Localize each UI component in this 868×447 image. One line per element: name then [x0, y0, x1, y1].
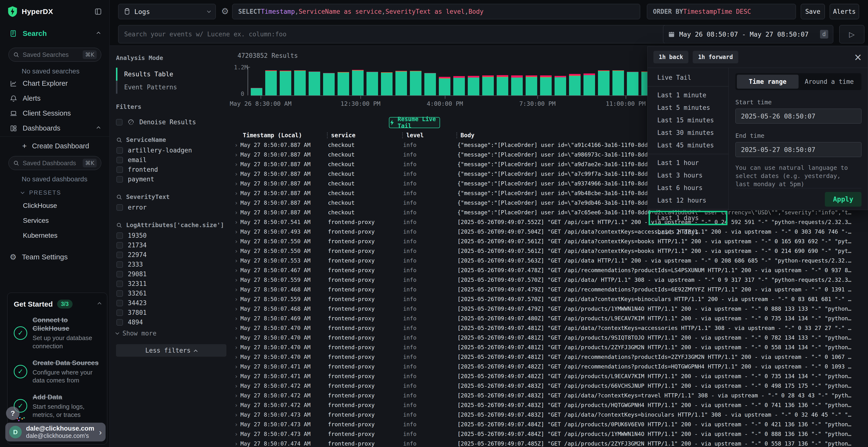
sidebar-item-kubernetes[interactable]: Kubernetes — [23, 232, 57, 239]
row-expand-icon[interactable]: › — [233, 190, 240, 197]
time-option-last-45-minutes[interactable]: Last 45 minutes — [648, 139, 728, 151]
filter-checkbox[interactable] — [117, 300, 123, 306]
row-expand-icon[interactable]: › — [233, 334, 240, 341]
filter-checkbox[interactable] — [117, 232, 123, 239]
sidebar-item-team-settings[interactable]: ⚙ Team Settings — [0, 252, 110, 262]
filter-value-row[interactable]: 33261 — [116, 290, 226, 297]
time-option-last-15-minutes[interactable]: Last 15 minutes — [648, 114, 728, 127]
filter-checkbox[interactable] — [117, 290, 123, 297]
filter-value-row[interactable]: 29081 — [116, 271, 226, 278]
row-expand-icon[interactable]: › — [233, 373, 240, 380]
filter-value-row[interactable]: frontend — [116, 166, 226, 173]
less-filters-button[interactable]: Less filters — [116, 344, 226, 357]
table-row[interactable]: ›May 27 8:50:07.472 AMfrontend-proxyinfo… — [233, 391, 868, 400]
filter-checkbox[interactable] — [117, 176, 123, 182]
analysis-mode-results-table[interactable]: Results Table — [117, 68, 226, 81]
chevron-up-icon[interactable] — [98, 302, 101, 306]
column-resize-handle[interactable] — [402, 133, 403, 138]
filter-value-row[interactable]: 2333 — [116, 261, 226, 268]
time-option-last-12-hours[interactable]: Last 12 hours — [648, 194, 728, 207]
save-button[interactable]: Save — [801, 4, 825, 19]
filter-checkbox[interactable] — [117, 147, 123, 153]
row-expand-icon[interactable]: › — [233, 142, 240, 148]
table-row[interactable]: ›May 27 8:50:07.470 AMfrontend-proxyinfo… — [233, 333, 868, 342]
table-row[interactable]: ›May 27 8:50:07.474 AMfrontend-proxyinfo… — [233, 439, 868, 447]
table-row[interactable]: ›May 27 8:50:07.559 AMfrontend-proxyinfo… — [233, 294, 868, 304]
table-row[interactable]: ›May 27 8:50:07.473 AMfrontend-proxyinfo… — [233, 419, 868, 429]
column-resize-handle[interactable] — [327, 133, 328, 138]
resume-live-tail-button[interactable]: Resume Live Tail — [389, 117, 440, 128]
filter-checkbox[interactable] — [117, 281, 123, 287]
table-row[interactable]: ›May 27 8:50:07.469 AMfrontend-proxyinfo… — [233, 314, 868, 323]
table-row[interactable]: ›May 27 8:50:07.550 AMfrontend-proxyinfo… — [233, 246, 868, 256]
table-row[interactable]: ›May 27 8:50:07.473 AMfrontend-proxyinfo… — [233, 410, 868, 419]
saved-dashboards-field[interactable] — [23, 160, 79, 167]
table-row[interactable]: ›May 27 8:50:07.468 AMfrontend-proxyinfo… — [233, 285, 868, 294]
get-started-step[interactable]: ✓Create Data SourcesConfigure where your… — [14, 358, 101, 385]
row-expand-icon[interactable]: › — [233, 315, 240, 322]
shift-1h-forward-button[interactable]: 1h forward — [693, 51, 738, 63]
sidebar-item-chart-explorer[interactable]: Chart Explorer — [0, 79, 110, 88]
row-expand-icon[interactable]: › — [233, 151, 240, 158]
table-row[interactable]: ›May 27 8:50:07.470 AMfrontend-proxyinfo… — [233, 323, 868, 333]
table-row[interactable]: ›May 27 8:50:07.470 AMfrontend-proxyinfo… — [233, 352, 868, 362]
row-expand-icon[interactable]: › — [233, 431, 240, 438]
filter-value-row[interactable]: 19350 — [116, 232, 226, 239]
table-row[interactable]: ›May 27 8:50:07.472 AMfrontend-proxyinfo… — [233, 400, 868, 410]
row-expand-icon[interactable]: › — [233, 238, 240, 245]
row-expand-icon[interactable]: › — [233, 392, 240, 399]
table-row[interactable]: ›May 27 8:50:07.470 AMfrontend-proxyinfo… — [233, 342, 868, 352]
search-icon[interactable] — [116, 194, 122, 200]
time-option-last-5-minutes[interactable]: Last 5 minutes — [648, 101, 728, 114]
filter-value-row[interactable]: email — [116, 156, 226, 164]
row-expand-icon[interactable]: › — [233, 248, 240, 254]
show-more-button[interactable]: Show more — [116, 330, 226, 337]
time-option-last-3-hours[interactable]: Last 3 hours — [648, 169, 728, 182]
source-select[interactable]: Logs — [118, 4, 216, 19]
table-row[interactable]: ›May 27 8:50:07.467 AMfrontend-proxyinfo… — [233, 265, 868, 275]
filter-checkbox[interactable] — [117, 309, 123, 316]
row-expand-icon[interactable]: › — [233, 161, 240, 168]
row-expand-icon[interactable]: › — [233, 228, 240, 235]
filter-value-row[interactable]: 32311 — [116, 280, 226, 287]
row-expand-icon[interactable]: › — [233, 296, 240, 303]
search-icon[interactable] — [116, 222, 122, 228]
row-expand-icon[interactable]: › — [233, 382, 240, 389]
column-header-body[interactable]: Body — [461, 132, 474, 139]
user-account-chip[interactable]: D dale@clickhouse.com dale@clickhouse.co… — [5, 423, 105, 442]
sidebar-item-services[interactable]: Services — [23, 217, 49, 225]
row-expand-icon[interactable]: › — [233, 353, 240, 360]
sidebar-item-dashboards[interactable]: Dashboards — [0, 124, 110, 132]
shift-1h-back-button[interactable]: 1h back — [653, 51, 688, 63]
row-expand-icon[interactable]: › — [233, 276, 240, 283]
row-expand-icon[interactable]: › — [233, 344, 240, 351]
sidebar-item-search[interactable]: Search — [0, 29, 110, 38]
filter-value-row[interactable]: error — [116, 204, 226, 211]
sidebar-item-client-sessions[interactable]: Client Sessions — [0, 109, 110, 117]
get-started-step[interactable]: ✓Connect to ClickHouseSet up your databa… — [14, 316, 101, 350]
filter-checkbox[interactable] — [117, 252, 123, 258]
alerts-button[interactable]: Alerts — [830, 4, 859, 19]
filter-value-row[interactable]: 37801 — [116, 309, 226, 316]
get-started-step[interactable]: ✓Add DataStart sending logs, metrics, or… — [14, 393, 101, 419]
filter-value-row[interactable]: 34423 — [116, 299, 226, 307]
time-option-last-2-days[interactable]: Last 2 days — [648, 226, 728, 238]
source-settings-gear-icon[interactable]: ⚙ — [221, 6, 229, 16]
saved-searches-input[interactable]: ⌘K — [8, 48, 101, 62]
search-icon[interactable] — [116, 137, 122, 143]
table-row[interactable]: ›May 27 8:50:07.559 AMfrontend-proxyinfo… — [233, 275, 868, 285]
filter-checkbox[interactable] — [117, 319, 123, 325]
table-row[interactable]: ›May 27 8:50:07.553 AMfrontend-proxyinfo… — [233, 256, 868, 265]
row-expand-icon[interactable]: › — [233, 440, 240, 447]
time-option-last-6-hours[interactable]: Last 6 hours — [648, 182, 728, 194]
time-option-last-1-hour[interactable]: Last 1 hour — [648, 157, 728, 169]
sidebar-item-clickhouse[interactable]: ClickHouse — [23, 202, 57, 209]
help-button[interactable]: ? — [6, 407, 20, 420]
column-header-timestamp[interactable]: Timestamp (Local) — [243, 132, 327, 139]
filter-checkbox[interactable] — [117, 157, 123, 163]
tab-around-a-time[interactable]: Around a time — [799, 75, 860, 89]
table-row[interactable]: ›May 27 8:50:07.471 AMfrontend-proxyinfo… — [233, 371, 868, 381]
table-row[interactable]: ›May 27 8:50:07.550 AMfrontend-proxyinfo… — [233, 237, 868, 246]
event-search-input[interactable] — [124, 31, 714, 38]
denoise-checkbox[interactable] — [116, 119, 123, 126]
